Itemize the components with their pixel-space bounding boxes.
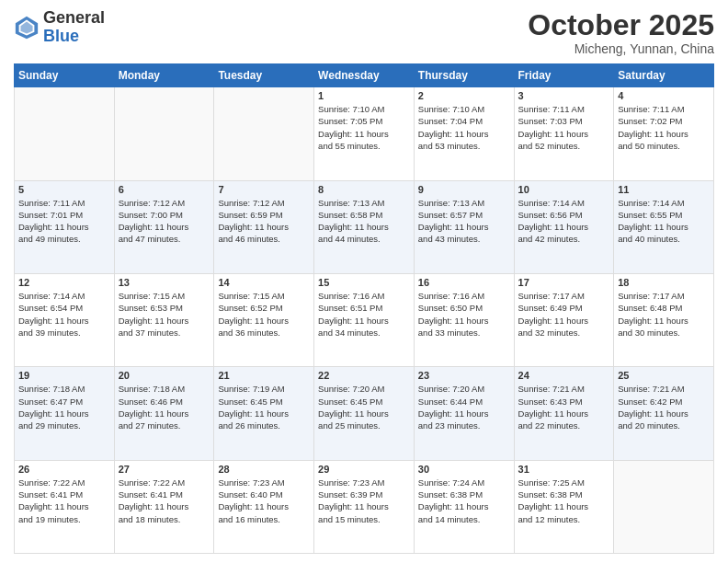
- table-row: 31Sunrise: 7:25 AM Sunset: 6:38 PM Dayli…: [514, 460, 614, 553]
- table-row: 22Sunrise: 7:20 AM Sunset: 6:45 PM Dayli…: [314, 367, 415, 460]
- day-info: Sunrise: 7:17 AM Sunset: 6:49 PM Dayligh…: [518, 290, 610, 339]
- calendar-week-row: 12Sunrise: 7:14 AM Sunset: 6:54 PM Dayli…: [15, 273, 714, 366]
- table-row: 13Sunrise: 7:15 AM Sunset: 6:53 PM Dayli…: [114, 273, 214, 366]
- table-row: 29Sunrise: 7:23 AM Sunset: 6:39 PM Dayli…: [314, 460, 415, 553]
- day-info: Sunrise: 7:24 AM Sunset: 6:38 PM Dayligh…: [418, 477, 510, 525]
- logo-text: General Blue: [43, 9, 105, 46]
- table-row: 26Sunrise: 7:22 AM Sunset: 6:41 PM Dayli…: [15, 460, 115, 553]
- day-number: 19: [18, 370, 110, 381]
- day-number: 4: [618, 90, 710, 101]
- table-row: 20Sunrise: 7:18 AM Sunset: 6:46 PM Dayli…: [114, 367, 214, 460]
- table-row: 21Sunrise: 7:19 AM Sunset: 6:45 PM Dayli…: [214, 367, 314, 460]
- table-row: 12Sunrise: 7:14 AM Sunset: 6:54 PM Dayli…: [15, 273, 115, 366]
- table-row: 28Sunrise: 7:23 AM Sunset: 6:40 PM Dayli…: [214, 460, 314, 553]
- day-info: Sunrise: 7:11 AM Sunset: 7:02 PM Dayligh…: [618, 103, 710, 152]
- day-info: Sunrise: 7:10 AM Sunset: 7:05 PM Dayligh…: [318, 103, 410, 152]
- table-row: [214, 87, 314, 180]
- col-monday: Monday: [114, 64, 214, 87]
- day-number: 8: [318, 184, 410, 195]
- logo-icon: [14, 15, 40, 40]
- day-number: 15: [318, 277, 410, 288]
- day-info: Sunrise: 7:20 AM Sunset: 6:45 PM Dayligh…: [318, 383, 410, 431]
- day-number: 24: [518, 370, 610, 381]
- day-number: 16: [418, 277, 510, 288]
- day-number: 31: [518, 464, 610, 475]
- day-number: 21: [218, 370, 310, 381]
- table-row: 11Sunrise: 7:14 AM Sunset: 6:55 PM Dayli…: [614, 180, 714, 273]
- day-info: Sunrise: 7:21 AM Sunset: 6:42 PM Dayligh…: [618, 383, 710, 431]
- table-row: 4Sunrise: 7:11 AM Sunset: 7:02 PM Daylig…: [614, 87, 714, 180]
- day-info: Sunrise: 7:13 AM Sunset: 6:58 PM Dayligh…: [318, 197, 410, 246]
- table-row: 25Sunrise: 7:21 AM Sunset: 6:42 PM Dayli…: [614, 367, 714, 460]
- day-number: 20: [119, 370, 210, 381]
- day-number: 27: [119, 464, 210, 475]
- day-info: Sunrise: 7:17 AM Sunset: 6:48 PM Dayligh…: [618, 290, 710, 339]
- table-row: 23Sunrise: 7:20 AM Sunset: 6:44 PM Dayli…: [414, 367, 514, 460]
- day-number: 9: [418, 184, 510, 195]
- day-info: Sunrise: 7:11 AM Sunset: 7:01 PM Dayligh…: [18, 197, 110, 246]
- day-info: Sunrise: 7:18 AM Sunset: 6:47 PM Dayligh…: [18, 383, 110, 431]
- day-number: 11: [618, 184, 710, 195]
- day-info: Sunrise: 7:22 AM Sunset: 6:41 PM Dayligh…: [18, 477, 110, 525]
- table-row: 3Sunrise: 7:11 AM Sunset: 7:03 PM Daylig…: [514, 87, 614, 180]
- table-row: 19Sunrise: 7:18 AM Sunset: 6:47 PM Dayli…: [15, 367, 115, 460]
- table-row: 1Sunrise: 7:10 AM Sunset: 7:05 PM Daylig…: [314, 87, 415, 180]
- day-info: Sunrise: 7:25 AM Sunset: 6:38 PM Dayligh…: [518, 477, 610, 525]
- col-thursday: Thursday: [414, 64, 514, 87]
- day-number: 30: [418, 464, 510, 475]
- day-info: Sunrise: 7:12 AM Sunset: 6:59 PM Dayligh…: [218, 197, 310, 246]
- location: Micheng, Yunnan, China: [528, 41, 714, 56]
- table-row: 14Sunrise: 7:15 AM Sunset: 6:52 PM Dayli…: [214, 273, 314, 366]
- table-row: 6Sunrise: 7:12 AM Sunset: 7:00 PM Daylig…: [114, 180, 214, 273]
- day-number: 18: [618, 277, 710, 288]
- day-number: 7: [218, 184, 310, 195]
- logo-blue: Blue: [43, 27, 79, 45]
- table-row: 8Sunrise: 7:13 AM Sunset: 6:58 PM Daylig…: [314, 180, 415, 273]
- table-row: 30Sunrise: 7:24 AM Sunset: 6:38 PM Dayli…: [414, 460, 514, 553]
- calendar-week-row: 19Sunrise: 7:18 AM Sunset: 6:47 PM Dayli…: [15, 367, 714, 460]
- day-number: 22: [318, 370, 410, 381]
- table-row: 16Sunrise: 7:16 AM Sunset: 6:50 PM Dayli…: [414, 273, 514, 366]
- day-number: 25: [618, 370, 710, 381]
- col-wednesday: Wednesday: [314, 64, 415, 87]
- table-row: 18Sunrise: 7:17 AM Sunset: 6:48 PM Dayli…: [614, 273, 714, 366]
- day-number: 12: [18, 277, 110, 288]
- day-number: 6: [119, 184, 210, 195]
- day-number: 14: [218, 277, 310, 288]
- month-title: October 2025: [528, 9, 714, 41]
- calendar-table: Sunday Monday Tuesday Wednesday Thursday…: [14, 63, 714, 554]
- col-sunday: Sunday: [15, 64, 115, 87]
- day-info: Sunrise: 7:10 AM Sunset: 7:04 PM Dayligh…: [418, 103, 510, 152]
- day-number: 13: [119, 277, 210, 288]
- title-block: October 2025 Micheng, Yunnan, China: [528, 9, 714, 56]
- table-row: [114, 87, 214, 180]
- day-number: 2: [418, 90, 510, 101]
- day-number: 28: [218, 464, 310, 475]
- calendar-week-row: 5Sunrise: 7:11 AM Sunset: 7:01 PM Daylig…: [15, 180, 714, 273]
- day-info: Sunrise: 7:20 AM Sunset: 6:44 PM Dayligh…: [418, 383, 510, 431]
- day-info: Sunrise: 7:16 AM Sunset: 6:50 PM Dayligh…: [418, 290, 510, 339]
- day-info: Sunrise: 7:23 AM Sunset: 6:39 PM Dayligh…: [318, 477, 410, 525]
- col-tuesday: Tuesday: [214, 64, 314, 87]
- table-row: 17Sunrise: 7:17 AM Sunset: 6:49 PM Dayli…: [514, 273, 614, 366]
- day-info: Sunrise: 7:14 AM Sunset: 6:55 PM Dayligh…: [618, 197, 710, 246]
- header: General Blue October 2025 Micheng, Yunna…: [14, 9, 714, 56]
- day-info: Sunrise: 7:18 AM Sunset: 6:46 PM Dayligh…: [119, 383, 210, 431]
- day-info: Sunrise: 7:11 AM Sunset: 7:03 PM Dayligh…: [518, 103, 610, 152]
- day-info: Sunrise: 7:19 AM Sunset: 6:45 PM Dayligh…: [218, 383, 310, 431]
- day-number: 17: [518, 277, 610, 288]
- table-row: 10Sunrise: 7:14 AM Sunset: 6:56 PM Dayli…: [514, 180, 614, 273]
- day-info: Sunrise: 7:16 AM Sunset: 6:51 PM Dayligh…: [318, 290, 410, 339]
- table-row: 2Sunrise: 7:10 AM Sunset: 7:04 PM Daylig…: [414, 87, 514, 180]
- col-saturday: Saturday: [614, 64, 714, 87]
- table-row: 5Sunrise: 7:11 AM Sunset: 7:01 PM Daylig…: [15, 180, 115, 273]
- logo: General Blue: [14, 9, 105, 46]
- day-info: Sunrise: 7:22 AM Sunset: 6:41 PM Dayligh…: [119, 477, 210, 525]
- day-info: Sunrise: 7:13 AM Sunset: 6:57 PM Dayligh…: [418, 197, 510, 246]
- calendar-week-row: 26Sunrise: 7:22 AM Sunset: 6:41 PM Dayli…: [15, 460, 714, 553]
- day-info: Sunrise: 7:21 AM Sunset: 6:43 PM Dayligh…: [518, 383, 610, 431]
- table-row: 15Sunrise: 7:16 AM Sunset: 6:51 PM Dayli…: [314, 273, 415, 366]
- calendar-header-row: Sunday Monday Tuesday Wednesday Thursday…: [15, 64, 714, 87]
- table-row: 27Sunrise: 7:22 AM Sunset: 6:41 PM Dayli…: [114, 460, 214, 553]
- table-row: 7Sunrise: 7:12 AM Sunset: 6:59 PM Daylig…: [214, 180, 314, 273]
